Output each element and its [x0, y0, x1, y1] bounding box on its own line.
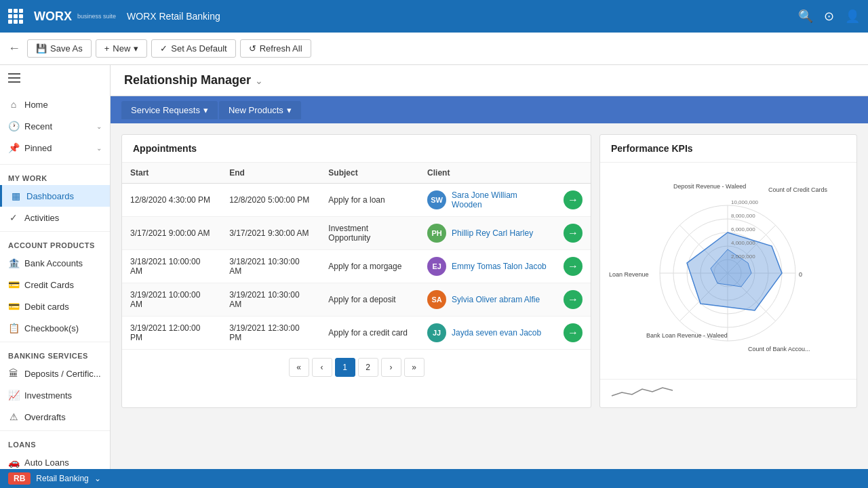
table-row: 3/19/2021 12:00:00 PM 3/19/2021 12:30:00… [122, 317, 591, 350]
page-next-button[interactable]: › [381, 358, 401, 377]
svg-text:Count of Credit Cards: Count of Credit Cards [768, 186, 828, 193]
sidebar-checkbooks-label: Checkbook(s) [24, 323, 102, 333]
new-label: New [113, 43, 130, 54]
app-logo: WORX business suite [34, 9, 116, 24]
cell-start: 3/19/2021 10:00:00 AM [122, 283, 221, 317]
dashboards-icon: ▦ [10, 190, 21, 201]
content-area: Relationship Manager ⌄ Service Requests … [111, 65, 868, 469]
table-row: 3/18/2021 10:00:00 AM 3/18/2021 10:30:00… [122, 250, 591, 283]
pinned-icon: 📌 [8, 142, 19, 153]
loans-group-title: Loans [0, 434, 110, 451]
cell-subject: Apply for a deposit [320, 283, 419, 317]
cell-end: 3/18/2021 10:30:00 AM [221, 250, 320, 283]
page-prev-button[interactable]: ‹ [312, 358, 332, 377]
hamburger-button[interactable] [0, 65, 110, 91]
client-name[interactable]: Emmy Tomas Talon Jacob [452, 262, 547, 271]
overdrafts-icon: ⚠ [8, 411, 19, 422]
sidebar-item-credit-cards[interactable]: 💳 Credit Cards [0, 274, 110, 296]
cell-client: JJ Jayda seven evan Jacob [419, 317, 555, 350]
sidebar-item-checkbooks[interactable]: 📋 Checkbook(s) [0, 317, 110, 339]
sidebar-pinned-label: Pinned [24, 143, 91, 153]
page-title-dropdown-icon[interactable]: ⌄ [255, 75, 263, 86]
cell-client: SA Sylvia Oliver abram Alfie [419, 283, 555, 317]
sidebar-item-pinned[interactable]: 📌 Pinned ⌄ [0, 137, 110, 159]
appointments-table: Start End Subject Client 12/8/2020 4:30:… [122, 163, 591, 350]
bottom-badge: RB [8, 472, 31, 485]
sidebar-item-auto-loans[interactable]: 🚗 Auto Loans [0, 451, 110, 469]
row-navigate-button[interactable]: → [564, 323, 583, 342]
sidebar-bank-accounts-label: Bank Accounts [24, 258, 102, 268]
sidebar-recent-label: Recent [24, 121, 91, 131]
my-work-group-title: My Work [0, 167, 110, 185]
new-dropdown-icon: ▾ [134, 43, 138, 54]
sidebar-nav-section: ⌂ Home 🕐 Recent ⌄ 📌 Pinned ⌄ [0, 91, 110, 161]
avatar: SA [427, 290, 446, 309]
check-icon: ✓ [160, 43, 167, 54]
sidebar-item-investments[interactable]: 📈 Investments [0, 384, 110, 406]
cell-end: 12/8/2020 5:00:00 PM [221, 184, 320, 217]
checkbooks-icon: 📋 [8, 323, 19, 333]
svg-text:Deposit Revenue - Waleed: Deposit Revenue - Waleed [673, 183, 746, 190]
logo-main: WORX [34, 9, 72, 24]
refresh-icon: ↺ [249, 43, 256, 54]
sidebar: ⌂ Home 🕐 Recent ⌄ 📌 Pinned ⌄ My Work ▦ D… [0, 65, 111, 469]
save-as-button[interactable]: 💾 Save As [27, 39, 92, 58]
sidebar-item-deposits[interactable]: 🏛 Deposits / Certific... [0, 363, 110, 384]
svg-text:10,000,000: 10,000,000 [731, 199, 759, 205]
service-requests-arrow: ▾ [203, 105, 208, 115]
appointments-title: Appointments [122, 135, 591, 163]
appointments-panel: Appointments Start End Subject Client 12… [121, 134, 591, 408]
avatar: PH [427, 224, 446, 243]
cell-nav: → [555, 283, 591, 317]
back-button[interactable]: ← [8, 41, 20, 56]
grid-icon[interactable] [8, 9, 23, 24]
search-icon[interactable]: 🔍 [798, 9, 813, 24]
main-layout: ⌂ Home 🕐 Recent ⌄ 📌 Pinned ⌄ My Work ▦ D… [0, 65, 868, 469]
svg-text:Bank Loan Revenue - Waleed: Bank Loan Revenue - Waleed [646, 332, 728, 339]
bottom-label: Retail Banking [36, 474, 88, 483]
col-client: Client [419, 163, 555, 184]
deposits-icon: 🏛 [8, 368, 19, 379]
sidebar-item-dashboards[interactable]: ▦ Dashboards [0, 185, 110, 207]
service-requests-label: Service Requests [131, 105, 200, 115]
app-name: WORX Retail Banking [127, 11, 220, 22]
col-start: Start [122, 163, 221, 184]
row-navigate-button[interactable]: → [564, 257, 583, 276]
page-2-button[interactable]: 2 [358, 358, 378, 377]
sidebar-debit-cards-label: Debit cards [24, 302, 102, 312]
sidebar-item-overdrafts[interactable]: ⚠ Overdrafts [0, 406, 110, 428]
bottom-chevron-icon[interactable]: ⌄ [94, 474, 101, 483]
cell-subject: Apply for a credit card [320, 317, 419, 350]
refresh-button[interactable]: ↺ Refresh All [240, 39, 311, 58]
sidebar-investments-label: Investments [24, 390, 102, 401]
sidebar-credit-cards-label: Credit Cards [24, 280, 102, 290]
page-last-button[interactable]: » [404, 358, 425, 377]
tab-new-products[interactable]: New Products ▾ [219, 101, 301, 119]
client-name[interactable]: Sylvia Oliver abram Alfie [452, 295, 540, 304]
set-default-button[interactable]: ✓ Set As Default [151, 39, 235, 58]
sidebar-item-debit-cards[interactable]: 💳 Debit cards [0, 296, 110, 317]
row-navigate-button[interactable]: → [564, 290, 583, 309]
sidebar-item-bank-accounts[interactable]: 🏦 Bank Accounts [0, 252, 110, 274]
sidebar-item-home[interactable]: ⌂ Home [0, 94, 110, 115]
user-icon[interactable]: 👤 [845, 9, 860, 24]
sidebar-home-label: Home [24, 100, 102, 110]
top-nav: WORX business suite WORX Retail Banking … [0, 0, 868, 33]
page-first-button[interactable]: « [289, 358, 309, 377]
sidebar-item-recent[interactable]: 🕐 Recent ⌄ [0, 115, 110, 137]
col-end: End [221, 163, 320, 184]
sidebar-item-activities[interactable]: ✓ Activities [0, 207, 110, 228]
tab-service-requests[interactable]: Service Requests ▾ [121, 101, 218, 119]
page-1-button[interactable]: 1 [335, 358, 355, 377]
table-row: 3/19/2021 10:00:00 AM 3/19/2021 10:30:00… [122, 283, 591, 317]
sidebar-dashboards-label: Dashboards [26, 191, 102, 201]
client-name[interactable]: Jayda seven evan Jacob [452, 328, 541, 338]
target-icon[interactable]: ⊙ [824, 9, 834, 24]
client-name[interactable]: Phillip Rey Carl Harley [452, 228, 533, 238]
cell-start: 3/18/2021 10:00:00 AM [122, 250, 221, 283]
row-navigate-button[interactable]: → [564, 190, 583, 209]
client-name[interactable]: Sara Jone William Wooden [452, 190, 547, 209]
row-navigate-button[interactable]: → [564, 224, 583, 243]
new-button[interactable]: + New ▾ [96, 39, 148, 58]
toolbar: ← 💾 Save As + New ▾ ✓ Set As Default ↺ R… [0, 33, 868, 65]
